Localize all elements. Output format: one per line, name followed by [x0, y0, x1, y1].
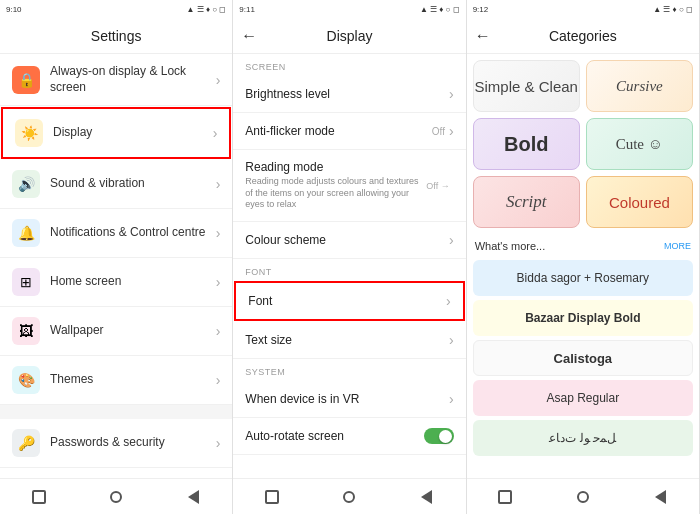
settings-item-always-on[interactable]: 🔒 Always-on display & Lock screen ›: [0, 54, 232, 106]
circle-icon-2: [343, 491, 355, 503]
system-section-label: SYSTEM: [233, 359, 465, 381]
sound-icon: 🔊: [12, 170, 40, 198]
font-item-bazaar-label: Bazaar Display Bold: [525, 311, 640, 325]
category-grid: Simple & Clean Cursive Bold Cute ☺ Scrip…: [473, 60, 693, 228]
status-icons-1: ▲ ☰ ♦ ○ ◻: [187, 5, 227, 14]
toggle-knob: [439, 430, 452, 443]
category-simple[interactable]: Simple & Clean: [473, 60, 580, 112]
whats-more-more-btn[interactable]: MORE: [664, 241, 691, 251]
category-cursive[interactable]: Cursive: [586, 60, 693, 112]
category-cute[interactable]: Cute ☺: [586, 118, 693, 170]
themes-label: Themes: [50, 372, 216, 388]
display-vr[interactable]: When device is in VR ›: [233, 381, 465, 418]
category-cursive-label: Cursive: [616, 78, 663, 95]
display-colour[interactable]: Colour scheme ›: [233, 222, 465, 259]
brightness-chevron: ›: [449, 86, 454, 102]
font-item-asap[interactable]: Asap Regular: [473, 380, 693, 416]
reading-text: Reading mode Reading mode adjusts colour…: [245, 160, 426, 211]
autorotate-title: Auto-rotate screen: [245, 429, 423, 443]
display-brightness[interactable]: Brightness level ›: [233, 76, 465, 113]
category-bold[interactable]: Bold: [473, 118, 580, 170]
reading-title: Reading mode: [245, 160, 426, 174]
settings-topbar: Settings: [0, 18, 232, 54]
whats-more-title: What's more...: [475, 240, 546, 252]
colour-title: Colour scheme: [245, 233, 449, 247]
display-back-btn[interactable]: ←: [241, 27, 257, 45]
display-reading[interactable]: Reading mode Reading mode adjusts colour…: [233, 150, 465, 222]
font-item-bazaar[interactable]: Bazaar Display Bold: [473, 300, 693, 336]
nav-square-btn-1[interactable]: [29, 487, 49, 507]
square-icon-1: [32, 490, 46, 504]
settings-title: Settings: [91, 28, 142, 44]
status-time-2: 9:11: [239, 5, 255, 14]
vr-chevron: ›: [449, 391, 454, 407]
display-autorotate[interactable]: Auto-rotate screen: [233, 418, 465, 455]
settings-item-sound[interactable]: 🔊 Sound & vibration ›: [0, 160, 232, 209]
settings-item-notifications[interactable]: 🔔 Notifications & Control centre ›: [0, 209, 232, 258]
textsize-text: Text size: [245, 333, 449, 347]
categories-title: Categories: [549, 28, 617, 44]
nav-circle-btn-1[interactable]: [106, 487, 126, 507]
status-bar-1: 9:10 ▲ ☰ ♦ ○ ◻: [0, 0, 232, 18]
nav-back-btn-1[interactable]: [184, 487, 204, 507]
display-font[interactable]: Font ›: [234, 281, 464, 321]
settings-item-display[interactable]: ☀️ Display ›: [1, 107, 231, 159]
display-chevron: ›: [213, 125, 218, 141]
settings-item-themes[interactable]: 🎨 Themes ›: [0, 356, 232, 405]
always-on-label: Always-on display & Lock screen: [50, 64, 216, 95]
settings-item-passwords[interactable]: 🔑 Passwords & security ›: [0, 419, 232, 468]
categories-topbar: ← Categories: [467, 18, 699, 54]
nav-square-btn-3[interactable]: [495, 487, 515, 507]
antiflicker-chevron: ›: [449, 123, 454, 139]
always-on-icon: 🔒: [12, 66, 40, 94]
bottom-nav-3: [467, 478, 699, 514]
status-icons-2: ▲ ☰ ♦ ○ ◻: [420, 5, 460, 14]
category-script[interactable]: Script: [473, 176, 580, 228]
nav-circle-btn-2[interactable]: [339, 487, 359, 507]
wallpaper-chevron: ›: [216, 323, 221, 339]
display-icon: ☀️: [15, 119, 43, 147]
wallpaper-icon: 🖼: [12, 317, 40, 345]
notifications-icon: 🔔: [12, 219, 40, 247]
status-time-1: 9:10: [6, 5, 22, 14]
autorotate-toggle[interactable]: [424, 428, 454, 444]
autorotate-text: Auto-rotate screen: [245, 429, 423, 443]
nav-back-btn-2[interactable]: [417, 487, 437, 507]
circle-icon-1: [110, 491, 122, 503]
settings-panel: 9:10 ▲ ☰ ♦ ○ ◻ Settings 🔒 Always-on disp…: [0, 0, 233, 514]
screen-section-label: SCREEN: [233, 54, 465, 76]
nav-square-btn-2[interactable]: [262, 487, 282, 507]
categories-panel: 9:12 ▲ ☰ ♦ ○ ◻ ← Categories Simple & Cle…: [467, 0, 700, 514]
font-item-arabic[interactable]: ﻞﻤﺣ ﻮﻟ ﺕﺩﺎﻋ: [473, 420, 693, 456]
font-item-bidda-label: Bidda sagor + Rosemary: [517, 271, 649, 285]
nav-back-btn-3[interactable]: [650, 487, 670, 507]
sound-label: Sound & vibration: [50, 176, 216, 192]
home-chevron: ›: [216, 274, 221, 290]
nav-circle-btn-3[interactable]: [573, 487, 593, 507]
colour-chevron: ›: [449, 232, 454, 248]
brightness-text: Brightness level: [245, 87, 449, 101]
reading-subtitle: Reading mode adjusts colours and texture…: [245, 176, 426, 211]
settings-item-wallpaper[interactable]: 🖼 Wallpaper ›: [0, 307, 232, 356]
display-topbar: ← Display: [233, 18, 465, 54]
categories-back-btn[interactable]: ←: [475, 27, 491, 45]
divider-1: [0, 405, 232, 419]
square-icon-2: [265, 490, 279, 504]
display-antiflicker[interactable]: Anti-flicker mode Off ›: [233, 113, 465, 150]
category-cute-label: Cute ☺: [616, 136, 663, 153]
font-item-arabic-label: ﻞﻤﺣ ﻮﻟ ﺕﺩﺎﻋ: [549, 431, 616, 445]
categories-content: Simple & Clean Cursive Bold Cute ☺ Scrip…: [467, 54, 699, 478]
textsize-chevron: ›: [449, 332, 454, 348]
settings-item-home[interactable]: ⊞ Home screen ›: [0, 258, 232, 307]
passwords-icon: 🔑: [12, 429, 40, 457]
font-item-calistoga[interactable]: Calistoga: [473, 340, 693, 376]
category-script-label: Script: [506, 192, 547, 212]
font-item-calistoga-label: Calistoga: [554, 351, 613, 366]
passwords-chevron: ›: [216, 435, 221, 451]
back-icon-1: [188, 490, 199, 504]
antiflicker-value: Off: [432, 126, 445, 137]
settings-item-safety[interactable]: ⚠️ Safety & emergency ›: [0, 468, 232, 478]
display-textsize[interactable]: Text size ›: [233, 322, 465, 359]
category-coloured[interactable]: Coloured: [586, 176, 693, 228]
font-item-bidda[interactable]: Bidda sagor + Rosemary: [473, 260, 693, 296]
